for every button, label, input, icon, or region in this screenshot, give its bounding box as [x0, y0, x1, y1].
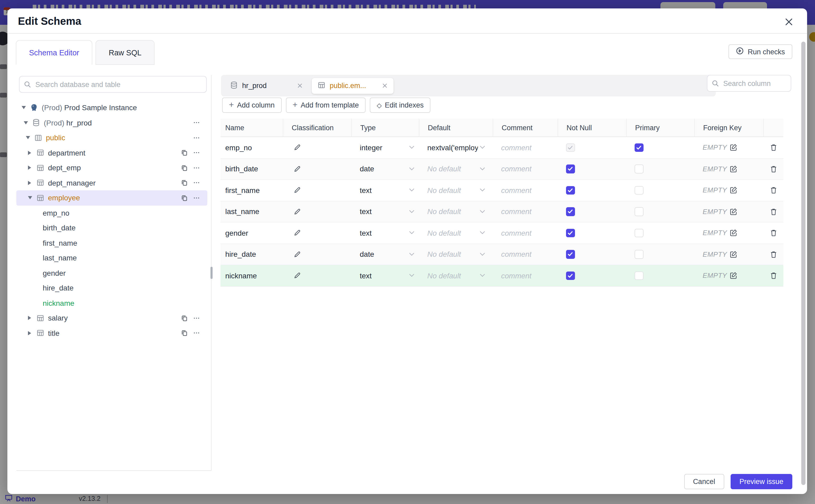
caret-down-icon[interactable] — [28, 196, 36, 200]
edit-foreign-key-icon[interactable] — [730, 272, 738, 280]
column-search-input[interactable] — [707, 75, 791, 92]
caret-down-icon[interactable] — [24, 121, 32, 124]
cell-name[interactable]: birth_date — [220, 158, 283, 179]
close-tab-icon[interactable] — [297, 83, 303, 89]
tree-item-dept-manager[interactable]: dept_manager — [16, 175, 207, 190]
primary-checkbox[interactable] — [635, 229, 643, 237]
edit-foreign-key-icon[interactable] — [730, 165, 738, 173]
chevron-down-icon[interactable] — [480, 231, 485, 235]
tree-item-prod-sample-instance[interactable]: (Prod) Prod Sample Instance — [16, 100, 207, 115]
more-icon[interactable] — [193, 119, 200, 126]
tree-item-hire-date[interactable]: hire_date — [16, 280, 207, 295]
chevron-down-icon[interactable] — [480, 253, 485, 256]
trash-icon[interactable] — [769, 186, 777, 194]
chevron-down-icon[interactable] — [409, 146, 415, 149]
trash-icon[interactable] — [769, 144, 777, 152]
edit-indexes-button[interactable]: ◇Edit indexes — [370, 98, 431, 113]
tree-item-employee[interactable]: employee — [16, 190, 207, 205]
close-icon[interactable] — [784, 17, 793, 26]
cell-comment[interactable]: comment — [493, 265, 558, 286]
cell-comment[interactable]: comment — [493, 201, 558, 222]
primary-checkbox[interactable] — [635, 250, 643, 259]
cell-comment[interactable]: comment — [493, 137, 558, 158]
add-column-button[interactable]: +Add column — [222, 98, 281, 113]
not-null-checkbox[interactable] — [566, 207, 575, 216]
cell-default[interactable]: nextval('employ — [419, 137, 493, 158]
tree-item-hr-prod[interactable]: (Prod) hr_prod — [16, 115, 207, 130]
editor-tab-public-em[interactable]: public.em... — [312, 78, 393, 94]
cell-comment[interactable]: comment — [493, 222, 558, 243]
edit-foreign-key-icon[interactable] — [730, 144, 738, 152]
tree-item-dept-emp[interactable]: dept_emp — [16, 160, 207, 175]
pencil-icon[interactable] — [293, 272, 301, 280]
tree-item-title[interactable]: title — [16, 326, 207, 341]
caret-down-icon[interactable] — [22, 106, 30, 109]
close-tab-icon[interactable] — [382, 83, 388, 89]
not-null-checkbox[interactable] — [566, 143, 575, 152]
modal-scrollbar[interactable] — [801, 42, 806, 485]
more-icon[interactable] — [193, 180, 200, 186]
caret-right-icon[interactable] — [28, 181, 36, 185]
cell-type[interactable]: text — [351, 265, 419, 286]
caret-down-icon[interactable] — [26, 136, 34, 139]
tree-item-first-name[interactable]: first_name — [16, 235, 207, 250]
cell-name[interactable]: last_name — [220, 201, 283, 222]
caret-right-icon[interactable] — [28, 166, 36, 170]
cell-default[interactable]: No default — [419, 201, 493, 222]
cell-type[interactable]: date — [351, 244, 419, 265]
cell-name[interactable]: emp_no — [220, 137, 283, 158]
cell-type[interactable]: text — [351, 180, 419, 201]
trash-icon[interactable] — [769, 165, 777, 173]
edit-foreign-key-icon[interactable] — [730, 229, 738, 237]
cell-default[interactable]: No default — [419, 158, 493, 179]
copy-icon[interactable] — [181, 149, 188, 156]
trash-icon[interactable] — [769, 250, 777, 258]
cell-type[interactable]: text — [351, 201, 419, 222]
pencil-icon[interactable] — [293, 144, 301, 152]
cell-type[interactable]: text — [351, 222, 419, 243]
chevron-down-icon[interactable] — [409, 253, 415, 256]
primary-checkbox[interactable] — [635, 271, 643, 280]
caret-right-icon[interactable] — [28, 151, 36, 155]
preview-issue-button[interactable]: Preview issue — [730, 474, 792, 489]
pencil-icon[interactable] — [293, 208, 301, 216]
copy-icon[interactable] — [181, 315, 188, 322]
sidebar-search-input[interactable] — [19, 76, 207, 93]
cell-name[interactable]: hire_date — [220, 244, 283, 265]
cell-name[interactable]: nickname — [220, 265, 283, 286]
cell-type[interactable]: integer — [351, 137, 419, 158]
chevron-down-icon[interactable] — [480, 188, 485, 192]
more-icon[interactable] — [193, 330, 200, 337]
copy-icon[interactable] — [181, 164, 188, 171]
more-icon[interactable] — [193, 315, 200, 322]
chevron-down-icon[interactable] — [480, 167, 485, 171]
tab-schema-editor[interactable]: Schema Editor — [16, 40, 92, 65]
copy-icon[interactable] — [181, 330, 188, 337]
more-icon[interactable] — [193, 195, 200, 201]
cell-comment[interactable]: comment — [493, 158, 558, 179]
tree-item-birth-date[interactable]: birth_date — [16, 220, 207, 235]
tree-item-department[interactable]: department — [16, 145, 207, 160]
tree-item-gender[interactable]: gender — [16, 265, 207, 280]
primary-checkbox[interactable] — [635, 207, 643, 216]
chevron-down-icon[interactable] — [409, 167, 415, 171]
pencil-icon[interactable] — [293, 229, 301, 237]
cell-default[interactable]: No default — [419, 180, 493, 201]
cell-name[interactable]: gender — [220, 222, 283, 243]
tree-item-nickname[interactable]: nickname — [16, 295, 207, 311]
cell-comment[interactable]: comment — [493, 244, 558, 265]
copy-icon[interactable] — [181, 195, 188, 201]
edit-foreign-key-icon[interactable] — [730, 250, 738, 258]
chevron-down-icon[interactable] — [409, 231, 415, 235]
more-icon[interactable] — [193, 134, 200, 141]
chevron-down-icon[interactable] — [480, 210, 485, 214]
chevron-down-icon[interactable] — [480, 146, 485, 149]
not-null-checkbox[interactable] — [566, 229, 575, 237]
editor-tab-hr-prod[interactable]: hr_prod — [224, 78, 308, 94]
edit-foreign-key-icon[interactable] — [730, 186, 738, 194]
copy-icon[interactable] — [181, 180, 188, 186]
more-icon[interactable] — [193, 149, 200, 156]
tree-item-last-name[interactable]: last_name — [16, 250, 207, 265]
edit-foreign-key-icon[interactable] — [730, 208, 738, 216]
trash-icon[interactable] — [769, 208, 777, 216]
